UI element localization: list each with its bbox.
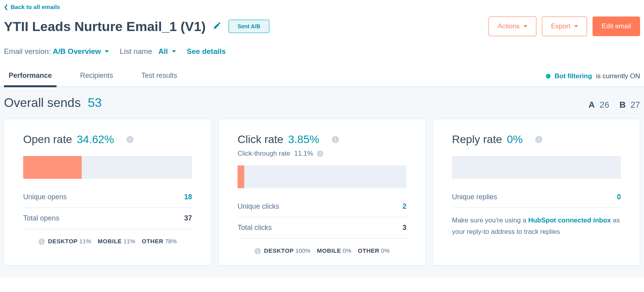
open-rate-bar-fill (23, 156, 82, 179)
back-link[interactable]: ❮ Back to all emails (4, 4, 60, 10)
overall-sends: Overall sends 53 (4, 95, 102, 110)
open-rate-bar (23, 156, 192, 179)
click-rate-title: Click rate (238, 133, 284, 146)
status-dot-icon (546, 74, 551, 79)
info-icon[interactable]: i (126, 136, 134, 143)
back-link-label: Back to all emails (11, 4, 60, 10)
actions-button-label: Actions (498, 22, 520, 30)
export-button-label: Export (551, 22, 570, 30)
tab-test-results[interactable]: Test results (137, 72, 182, 86)
tab-performance[interactable]: Performance (4, 72, 57, 87)
reply-rate-bar (452, 156, 621, 179)
chevron-down-icon (105, 50, 109, 53)
list-name-value: All (158, 47, 168, 56)
overall-sends-label: Overall sends (4, 95, 81, 110)
click-rate-bar-fill (238, 165, 244, 188)
actions-button[interactable]: Actions (488, 17, 536, 36)
unique-clicks-value[interactable]: 2 (402, 202, 406, 211)
email-version-label: Email version: (4, 47, 51, 55)
total-opens-value: 37 (184, 214, 192, 222)
edit-email-button-label: Edit email (602, 22, 631, 30)
tab-recipients[interactable]: Recipients (75, 72, 118, 86)
pencil-icon[interactable] (213, 21, 221, 31)
email-version-value: A/B Overview (53, 47, 101, 56)
info-icon[interactable]: i (317, 151, 323, 157)
click-rate-bar (238, 165, 406, 188)
reply-note: Make sure you're using a HubSpot connect… (452, 215, 621, 238)
click-device-breakdown: i DESKTOP 100% MOBILE 0% OTHER 0% (238, 239, 406, 254)
list-name-label: List name (120, 47, 152, 55)
list-name-dropdown[interactable]: All (158, 47, 176, 56)
open-device-breakdown: i DESKTOP 11% MOBILE 11% OTHER 78% (23, 229, 192, 245)
see-details-link[interactable]: See details (187, 47, 226, 56)
chevron-left-icon: ❮ (4, 4, 8, 10)
click-rate-value: 3.85% (288, 133, 319, 146)
edit-email-button[interactable]: Edit email (593, 17, 640, 36)
chevron-down-icon (574, 25, 578, 28)
total-clicks-label: Total clicks (238, 224, 272, 232)
bot-filtering-status: Bot filtering is currently ON (546, 72, 640, 86)
bot-filtering-suffix: is currently ON (596, 72, 640, 80)
info-icon[interactable]: i (38, 239, 45, 245)
status-badge: Sent A/B (229, 20, 269, 33)
info-icon[interactable]: i (535, 136, 542, 143)
ab-a-count: A 26 (589, 100, 609, 110)
export-button[interactable]: Export (542, 17, 587, 36)
connected-inbox-link[interactable]: HubSpot connected inbox (528, 217, 611, 224)
total-clicks-value: 3 (402, 224, 406, 232)
info-icon[interactable]: i (332, 136, 339, 143)
reply-rate-title: Reply rate (452, 133, 502, 146)
unique-opens-label: Unique opens (23, 193, 67, 201)
unique-replies-value[interactable]: 0 (617, 193, 621, 201)
reply-rate-card: Reply rate 0% i Unique replies 0 Make su… (433, 119, 640, 266)
ab-b-count: B 27 (619, 100, 640, 110)
click-rate-card: Click rate 3.85% i Click-through rate 11… (218, 119, 426, 266)
ctr-label: Click-through rate (238, 150, 290, 158)
chevron-down-icon (172, 50, 176, 53)
info-icon[interactable]: i (254, 248, 261, 254)
page-title: YTII Leads Nurture Email_1 (V1) (4, 19, 206, 34)
total-opens-label: Total opens (23, 214, 59, 222)
overall-sends-count: 53 (88, 95, 102, 110)
open-rate-card: Open rate 34.62% i Unique opens 18 Total… (4, 119, 211, 266)
chevron-down-icon (523, 25, 527, 28)
open-rate-value: 34.62% (77, 133, 114, 146)
reply-rate-value: 0% (507, 133, 523, 146)
unique-opens-value[interactable]: 18 (184, 193, 192, 201)
open-rate-title: Open rate (23, 133, 72, 146)
unique-replies-label: Unique replies (452, 193, 497, 201)
bot-filtering-link[interactable]: Bot filtering (554, 72, 592, 80)
email-version-dropdown[interactable]: A/B Overview (53, 47, 109, 56)
ctr-value: 11.1% (294, 150, 313, 158)
unique-clicks-label: Unique clicks (238, 202, 279, 211)
